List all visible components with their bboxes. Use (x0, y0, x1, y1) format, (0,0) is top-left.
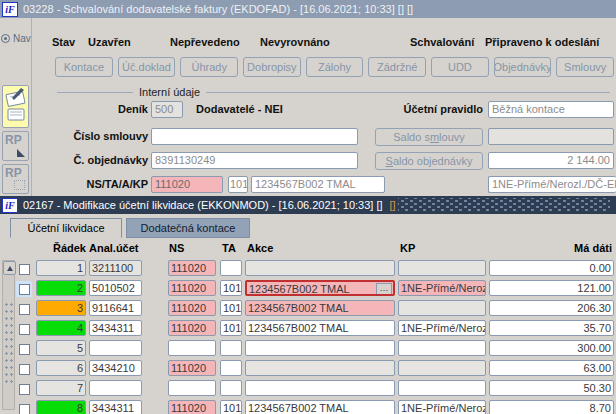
cell-ta[interactable]: 101 (220, 400, 242, 414)
cell-ns[interactable] (168, 340, 216, 356)
cell-ta[interactable]: 101 (220, 280, 242, 296)
cell-akce[interactable]: 1234567B002 TMAL… (245, 280, 395, 296)
row-checkbox[interactable] (19, 404, 30, 414)
nav-label: Nav (13, 33, 31, 44)
cell-ta[interactable] (220, 380, 242, 396)
cell-ns[interactable]: 111020 (168, 260, 216, 276)
cell-anal[interactable]: 3434311 (89, 400, 142, 414)
cell-anal[interactable] (89, 340, 142, 356)
tab-ucetni-likvidace[interactable]: Účetní likvidace (10, 218, 122, 238)
cell-ta[interactable] (220, 260, 242, 276)
flag-neprevedeno: Nepřevedeno (170, 36, 240, 48)
schvalovani-value: Připraveno k odeslání (485, 36, 599, 48)
cell-kp[interactable]: 1NE-Přímé/Neroz (398, 400, 486, 414)
cell-kp[interactable] (398, 340, 486, 356)
zadrzne-button[interactable]: Zádržné (368, 57, 426, 77)
kp-field[interactable]: 1NE-Přímé/Nerozl./DČ-Eko (488, 176, 616, 193)
cell-akce[interactable] (245, 340, 395, 356)
objednavky-button[interactable]: Objednávky (494, 57, 552, 77)
window2-titlebar[interactable]: iF 02167 - Modifikace účetní likvidace (… (0, 196, 616, 214)
cell-ta[interactable]: 101 (220, 300, 242, 316)
cell-ta[interactable]: 101 (220, 320, 242, 336)
cell-kp[interactable] (398, 360, 486, 376)
table-row: 391166411110201011234567B002 TMAL206.30 (0, 300, 616, 318)
cell-seq: 5 (36, 340, 86, 356)
cell-seq: 6 (36, 360, 86, 376)
schvalovani-label: Schvalování (410, 36, 474, 48)
btn-text: aldo objednávky (393, 155, 473, 167)
cell-akce[interactable]: 1234567B002 TMAL (245, 400, 395, 414)
cell-anal[interactable]: 5010502 (89, 280, 142, 296)
cell-ma-dati[interactable]: 8.70 (489, 400, 614, 414)
cell-ma-dati[interactable]: 206.30 (489, 300, 614, 316)
btn-mnemonic: m (430, 131, 439, 143)
row-checkbox[interactable] (19, 324, 30, 335)
cell-ns[interactable] (168, 380, 216, 396)
dobropisy-button[interactable]: Dobropisy (243, 57, 301, 77)
cell-kp[interactable]: 1NE-Přímé/Neroz (398, 320, 486, 336)
dotted-box-icon (14, 180, 25, 190)
zalohy-button[interactable]: Zálohy (306, 57, 364, 77)
uc-doklad-button[interactable]: Úč.doklad (118, 57, 176, 77)
row-checkbox[interactable] (19, 364, 30, 375)
cell-ma-dati[interactable]: 300.00 (489, 340, 614, 356)
cell-kp[interactable] (398, 300, 486, 316)
cell-ta[interactable] (220, 360, 242, 376)
action-button-row: Kontace Úč.doklad Úhrady Dobropisy Záloh… (55, 57, 614, 77)
cell-ma-dati[interactable]: 50.30 (489, 380, 614, 396)
nav-button[interactable]: Nav (1, 30, 30, 47)
cell-anal[interactable]: 3434311 (89, 320, 142, 336)
row-checkbox[interactable] (19, 284, 30, 295)
cell-ns[interactable]: 111020 (168, 400, 216, 414)
cell-ta[interactable] (220, 340, 242, 356)
cell-anal[interactable] (89, 380, 142, 396)
cell-akce[interactable] (245, 260, 395, 276)
stav-value: Uzavřen (88, 36, 131, 48)
cislo-smlouvy-field[interactable] (151, 128, 358, 145)
saldo-objednavky-button[interactable]: Saldo objednávky (375, 152, 483, 170)
cell-akce[interactable]: 1234567B002 TMAL (245, 320, 395, 336)
cell-anal[interactable]: 3211100 (89, 260, 142, 276)
kontace-button[interactable]: Kontace (55, 57, 113, 77)
cell-akce[interactable]: 1234567B002 TMAL (245, 300, 395, 316)
rp-report-button[interactable]: RP (2, 131, 29, 161)
cell-ma-dati[interactable]: 63.00 (489, 360, 614, 376)
smlouvy-button[interactable]: Smlouvy (556, 57, 614, 77)
row-checkbox[interactable] (19, 264, 30, 275)
sign-document-button[interactable] (2, 85, 29, 128)
row-checkbox[interactable] (19, 384, 30, 395)
row-checkbox[interactable] (19, 304, 30, 315)
rp-preview-button[interactable]: RP (2, 164, 29, 194)
udd-button[interactable]: UDD (431, 57, 489, 77)
cell-anal[interactable]: 9116641 (89, 300, 142, 316)
cell-ns[interactable]: 111020 (168, 360, 216, 376)
col-ma-dati: Má dáti (489, 242, 612, 254)
cell-ns[interactable]: 111020 (168, 280, 216, 296)
table-row: 834343111110201011234567B002 TMAL1NE-Pří… (0, 400, 616, 414)
table-row: 750.30 (0, 380, 616, 398)
cell-ma-dati[interactable]: 35.70 (489, 320, 614, 336)
akce-field[interactable]: 1234567B002 TMAL (251, 176, 385, 193)
cell-akce[interactable] (245, 360, 395, 376)
col-radek: Řádek (36, 242, 86, 254)
cell-akce[interactable] (245, 380, 395, 396)
denik-field[interactable]: 500 (151, 101, 183, 118)
cell-ma-dati[interactable]: 121.00 (489, 280, 614, 296)
uhrady-button[interactable]: Úhrady (180, 57, 238, 77)
window1-titlebar[interactable]: iF 03228 - Schvalování dodavatelské fakt… (0, 0, 616, 18)
cell-kp[interactable] (398, 380, 486, 396)
row-checkbox[interactable] (19, 344, 30, 355)
cell-kp[interactable] (398, 260, 486, 276)
tab-dodatecna-kontace[interactable]: Dodatečná kontace (126, 218, 250, 238)
cell-ns[interactable]: 111020 (168, 320, 216, 336)
ta-field[interactable]: 101 (228, 176, 248, 193)
cell-anal[interactable]: 3434210 (89, 360, 142, 376)
ns-field[interactable]: 111020 (151, 176, 223, 193)
saldo-smlouvy-button[interactable]: Saldo smlouvy (375, 128, 483, 146)
cell-ma-dati[interactable]: 0.00 (489, 260, 614, 276)
akce-lookup-button[interactable]: … (376, 283, 392, 296)
cell-ns[interactable]: 111020 (168, 300, 216, 316)
c-objednavky-field[interactable]: 8391130249 (151, 152, 358, 169)
ucetni-pravidlo-field[interactable]: Běžná kontace (488, 101, 614, 118)
cell-kp[interactable]: 1NE-Přímé/Neroz (398, 280, 486, 296)
